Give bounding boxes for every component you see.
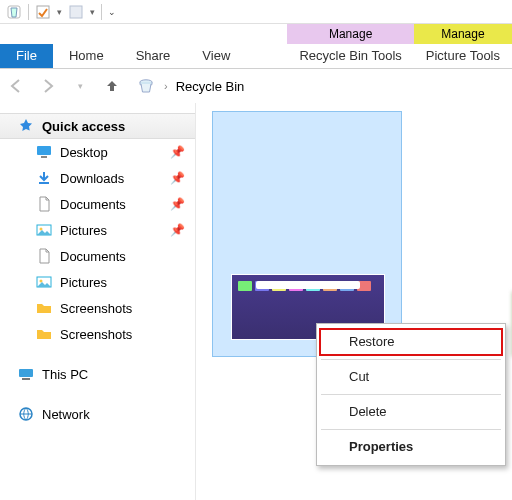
chevron-down-icon[interactable]: ▾ [57, 7, 62, 17]
sidebar-item-pictures-2[interactable]: Pictures [0, 269, 195, 295]
computer-icon [18, 366, 34, 382]
sidebar-item-label: Screenshots [60, 327, 132, 342]
pictures-icon [36, 274, 52, 290]
file-thumbnail-selected[interactable] [212, 111, 402, 357]
context-tab-picture: Manage Picture Tools [414, 24, 512, 68]
pin-icon: 📌 [170, 171, 185, 185]
sidebar-item-label: This PC [42, 367, 88, 382]
nav-back-button[interactable] [4, 74, 28, 98]
separator [28, 4, 29, 20]
document-icon [36, 248, 52, 264]
pin-icon: 📌 [170, 145, 185, 159]
tab-view[interactable]: View [186, 44, 246, 68]
menu-separator [321, 359, 501, 360]
sidebar-item-desktop[interactable]: Desktop 📌 [0, 139, 195, 165]
separator [101, 4, 102, 20]
menu-item-cut[interactable]: Cut [319, 363, 503, 391]
folder-icon [36, 300, 52, 316]
menu-item-properties[interactable]: Properties [319, 433, 503, 461]
svg-rect-11 [19, 369, 33, 377]
nav-forward-button[interactable] [36, 74, 60, 98]
context-menu: Restore Cut Delete Properties [316, 323, 506, 466]
recycle-bin-icon [136, 76, 156, 96]
svg-rect-5 [41, 156, 47, 158]
download-icon [36, 170, 52, 186]
nav-up-button[interactable] [100, 74, 124, 98]
navigation-pane: Quick access Desktop 📌 Downloads 📌 Docum… [0, 103, 196, 500]
sidebar-quick-access[interactable]: Quick access [0, 113, 195, 139]
context-header-picture: Manage [414, 24, 512, 44]
svg-rect-6 [39, 182, 49, 184]
context-tab-recycle: Manage Recycle Bin Tools [287, 24, 413, 68]
tab-file[interactable]: File [0, 44, 53, 68]
sidebar-item-label: Downloads [60, 171, 124, 186]
sidebar-item-documents[interactable]: Documents 📌 [0, 191, 195, 217]
svg-rect-4 [37, 146, 51, 155]
qat-newfolder-icon[interactable] [68, 4, 84, 20]
sidebar-item-label: Desktop [60, 145, 108, 160]
menu-separator [321, 429, 501, 430]
sidebar-item-documents-2[interactable]: Documents [0, 243, 195, 269]
sidebar-item-screenshots-2[interactable]: Screenshots [0, 321, 195, 347]
tab-picture-tools[interactable]: Picture Tools [414, 44, 512, 68]
sidebar-item-label: Screenshots [60, 301, 132, 316]
nav-recent-dropdown[interactable]: ▾ [68, 74, 92, 98]
chevron-right-icon[interactable]: › [164, 80, 168, 92]
address-bar[interactable]: › Recycle Bin [132, 73, 508, 99]
tab-recycle-bin-tools[interactable]: Recycle Bin Tools [287, 44, 413, 68]
sidebar-item-label: Quick access [42, 119, 125, 134]
menu-separator [321, 394, 501, 395]
app-icon [6, 4, 22, 20]
star-icon [18, 118, 34, 134]
pin-icon: 📌 [170, 223, 185, 237]
sidebar-item-pictures[interactable]: Pictures 📌 [0, 217, 195, 243]
chevron-down-icon[interactable]: ▾ [90, 7, 95, 17]
desktop-icon [36, 144, 52, 160]
sidebar-item-label: Pictures [60, 275, 107, 290]
svg-rect-2 [70, 6, 82, 18]
qat-properties-icon[interactable] [35, 4, 51, 20]
qat-customize-icon[interactable]: ⌄ [108, 7, 116, 17]
folder-icon [36, 326, 52, 342]
pictures-icon [36, 222, 52, 238]
tab-home[interactable]: Home [53, 44, 120, 68]
pin-icon: 📌 [170, 197, 185, 211]
menu-item-delete[interactable]: Delete [319, 398, 503, 426]
content-area[interactable]: Restore Cut Delete Properties [196, 103, 512, 500]
tab-share[interactable]: Share [120, 44, 187, 68]
svg-point-10 [40, 280, 43, 283]
address-bar-row: ▾ › Recycle Bin [0, 69, 512, 103]
svg-rect-12 [22, 378, 30, 380]
breadcrumb-location[interactable]: Recycle Bin [176, 79, 245, 94]
sidebar-item-label: Documents [60, 249, 126, 264]
ribbon-tabs-row: File Home Share View Manage Recycle Bin … [0, 24, 512, 68]
sidebar-item-label: Network [42, 407, 90, 422]
sidebar-item-label: Documents [60, 197, 126, 212]
sidebar-item-downloads[interactable]: Downloads 📌 [0, 165, 195, 191]
sidebar-network[interactable]: Network [0, 401, 195, 427]
context-header-recycle: Manage [287, 24, 413, 44]
menu-item-restore[interactable]: Restore [319, 328, 503, 356]
sidebar-this-pc[interactable]: This PC [0, 361, 195, 387]
sidebar-item-screenshots[interactable]: Screenshots [0, 295, 195, 321]
quick-access-toolbar: ▾ ▾ ⌄ [0, 0, 512, 24]
network-icon [18, 406, 34, 422]
document-icon [36, 196, 52, 212]
sidebar-item-label: Pictures [60, 223, 107, 238]
